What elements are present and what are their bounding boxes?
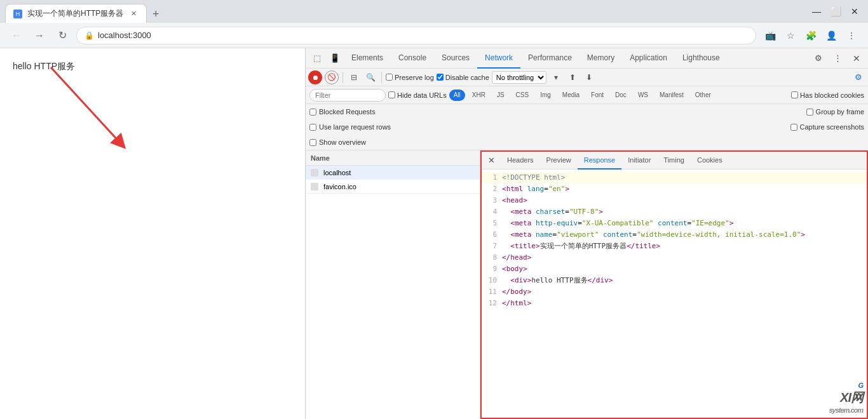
extensions-button[interactable]: 🧩 [802, 27, 820, 44]
devtools-more-button[interactable]: ⋮ [829, 50, 846, 67]
tab-performance[interactable]: Performance [520, 48, 580, 69]
blocked-requests-checkbox[interactable] [309, 109, 316, 116]
forward-button[interactable]: → [31, 27, 48, 44]
large-rows-label[interactable]: Use large request rows [309, 123, 391, 131]
filter-tag-font[interactable]: Font [587, 90, 608, 101]
filter-tag-media[interactable]: Media [558, 90, 584, 101]
filter-tag-ws[interactable]: WS [634, 90, 653, 101]
profile-button[interactable]: 👤 [822, 27, 840, 44]
disable-cache-checkbox[interactable] [437, 74, 444, 81]
code-line-9: 9 <body> [482, 263, 867, 275]
line-num-9: 9 [484, 263, 502, 275]
detail-tab-cookies[interactable]: Cookies [691, 152, 729, 170]
filter-tag-xhr[interactable]: XHR [468, 90, 490, 101]
watermark-sub: system.com [829, 406, 863, 414]
preserve-log-label[interactable]: Preserve log [386, 74, 434, 81]
menu-button[interactable]: ⋮ [843, 27, 860, 44]
options-bar: Blocked Requests Group by frame Use larg… [306, 104, 868, 150]
detail-tab-preview[interactable]: Preview [540, 152, 578, 170]
browser-tab[interactable]: H 实现一个简单的HTTP服务器 ✕ [5, 4, 147, 23]
network-row-favicon[interactable]: favicon.ico [306, 180, 480, 194]
url-bar[interactable]: 🔒 localhost:3000 [76, 27, 756, 44]
show-overview-checkbox[interactable] [309, 139, 316, 146]
tab-console[interactable]: Console [391, 48, 434, 69]
tab-memory[interactable]: Memory [580, 48, 622, 69]
show-overview-text: Show overview [319, 138, 366, 146]
detail-tab-timing[interactable]: Timing [657, 152, 691, 170]
tab-sources[interactable]: Sources [434, 48, 477, 69]
line-num-7: 7 [484, 241, 502, 252]
network-toolbar: ⏺ 🚫 ⊟ 🔍 Preserve log Disable cache No th… [306, 69, 868, 86]
filter-tag-manifest[interactable]: Manifest [655, 90, 688, 101]
bookmark-button[interactable]: ☆ [782, 27, 799, 44]
hide-data-urls-checkbox[interactable] [388, 91, 395, 98]
group-by-frame-checkbox[interactable] [806, 109, 813, 116]
separator-2 [381, 72, 382, 83]
network-row-localhost[interactable]: localhost [306, 166, 480, 180]
inspect-element-button[interactable]: ⬚ [308, 50, 326, 67]
filter-button[interactable]: ⊟ [347, 70, 361, 84]
filter-tag-doc[interactable]: Doc [611, 90, 631, 101]
devtools-actions: ⚙ ⋮ ✕ [810, 50, 865, 67]
separator-1 [342, 72, 343, 83]
throttling-select[interactable]: No throttling [492, 71, 546, 84]
large-rows-checkbox[interactable] [309, 124, 316, 131]
tab-title: 实现一个简单的HTTP服务器 [27, 8, 123, 19]
detail-tab-headers[interactable]: Headers [501, 152, 540, 170]
response-content[interactable]: 1 <!DOCTYPE html> 2 <html lang="en"> 3 <… [482, 170, 867, 418]
maximize-button[interactable]: ⬜ [827, 3, 844, 20]
page-content: hello HTTP服务 [0, 48, 305, 419]
record-button[interactable]: ⏺ [308, 70, 322, 84]
upload-button[interactable]: ⬆ [566, 70, 580, 84]
detail-tab-response[interactable]: Response [578, 152, 622, 170]
clear-button[interactable]: 🚫 [325, 70, 339, 84]
refresh-button[interactable]: ↻ [53, 27, 71, 44]
close-window-button[interactable]: ✕ [846, 3, 863, 20]
tab-area: H 实现一个简单的HTTP服务器 ✕ + [5, 0, 803, 23]
has-blocked-cookies-checkbox[interactable] [791, 91, 798, 98]
hide-data-urls-label[interactable]: Hide data URLs [388, 91, 447, 99]
network-content: Name localhost favicon.ico [306, 150, 868, 419]
code-line-4: 4 <meta charset="UTF-8"> [482, 206, 867, 218]
capture-screenshots-label[interactable]: Capture screenshots [790, 123, 865, 131]
tab-lighthouse[interactable]: Lighthouse [675, 48, 728, 69]
network-gear-button[interactable]: ⚙ [851, 70, 865, 84]
filter-tag-all[interactable]: All [449, 90, 465, 101]
devtools-close-button[interactable]: ✕ [848, 50, 865, 67]
tab-application[interactable]: Application [622, 48, 675, 69]
tab-network[interactable]: Network [477, 48, 520, 69]
line-num-12: 12 [484, 298, 502, 309]
search-button[interactable]: 🔍 [363, 70, 377, 84]
disable-cache-label[interactable]: Disable cache [437, 74, 489, 81]
detail-panel: ✕ Headers Preview Response Initiator Tim… [480, 150, 868, 419]
detail-tab-initiator[interactable]: Initiator [621, 152, 657, 170]
options-row-3: Show overview [306, 135, 868, 150]
tab-elements[interactable]: Elements [344, 48, 391, 69]
download-button[interactable]: ⬇ [582, 70, 596, 84]
preserve-log-checkbox[interactable] [386, 74, 393, 81]
detail-close-button[interactable]: ✕ [484, 154, 498, 168]
line-num-5: 5 [484, 218, 502, 229]
capture-screenshots-checkbox[interactable] [790, 124, 797, 131]
filter-input[interactable] [309, 89, 386, 102]
device-toolbar-button[interactable]: 📱 [326, 50, 344, 67]
filter-tag-js[interactable]: JS [492, 90, 509, 101]
main-area: hello HTTP服务 ⬚ 📱 Elements Console [0, 48, 868, 419]
blocked-requests-label[interactable]: Blocked Requests [309, 108, 376, 116]
large-rows-text: Use large request rows [319, 123, 391, 131]
group-by-frame-label[interactable]: Group by frame [806, 108, 864, 116]
new-tab-button[interactable]: + [147, 5, 165, 23]
tab-close-button[interactable]: ✕ [128, 9, 139, 19]
filter-tag-other[interactable]: Other [691, 90, 715, 101]
back-button[interactable]: ← [8, 27, 25, 44]
show-overview-label[interactable]: Show overview [309, 138, 366, 146]
filter-tag-css[interactable]: CSS [512, 90, 534, 101]
devtools-settings-button[interactable]: ⚙ [810, 50, 827, 67]
filter-tag-img[interactable]: Img [536, 90, 555, 101]
line-num-4: 4 [484, 206, 502, 218]
minimize-button[interactable]: — [808, 3, 825, 20]
has-blocked-cookies-label[interactable]: Has blocked cookies [791, 91, 864, 99]
throttle-dropdown[interactable]: ▾ [549, 70, 563, 84]
disable-cache-text: Disable cache [445, 74, 489, 81]
cast-button[interactable]: 📺 [761, 27, 779, 44]
